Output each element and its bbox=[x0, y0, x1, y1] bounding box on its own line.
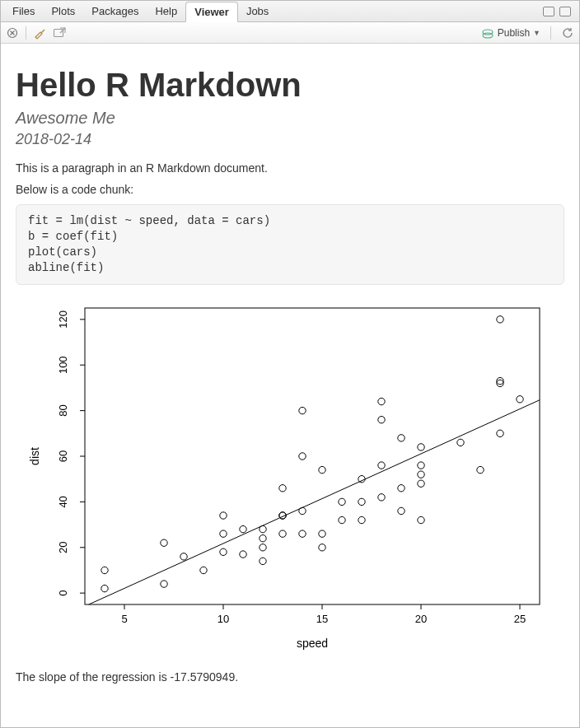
svg-text:60: 60 bbox=[57, 450, 69, 461]
svg-point-56 bbox=[299, 507, 306, 514]
svg-text:15: 15 bbox=[316, 613, 328, 625]
publish-icon bbox=[481, 27, 494, 39]
tab-packages[interactable]: Packages bbox=[83, 2, 147, 21]
pane-tabstrip: Files Plots Packages Help Viewer Jobs bbox=[1, 1, 579, 22]
svg-point-77 bbox=[418, 461, 424, 468]
tab-plots[interactable]: Plots bbox=[43, 2, 83, 21]
svg-point-41 bbox=[200, 567, 207, 573]
svg-line-3 bbox=[41, 30, 44, 33]
svg-point-81 bbox=[497, 430, 503, 436]
viewer-toolbar: Publish ▼ bbox=[1, 22, 579, 44]
publish-label: Publish bbox=[498, 27, 530, 39]
paragraph-2: Below is a code chunk: bbox=[16, 183, 564, 196]
svg-text:0: 0 bbox=[57, 590, 69, 595]
maximize-pane-icon[interactable] bbox=[559, 7, 571, 16]
svg-line-35 bbox=[89, 399, 540, 604]
doc-author: Awesome Me bbox=[16, 109, 564, 128]
chevron-down-icon: ▼ bbox=[533, 29, 540, 37]
svg-point-67 bbox=[378, 493, 385, 500]
svg-point-48 bbox=[260, 544, 266, 550]
svg-point-38 bbox=[161, 580, 167, 586]
svg-point-68 bbox=[378, 461, 385, 468]
remove-viewer-icon[interactable] bbox=[6, 26, 19, 40]
svg-point-60 bbox=[319, 530, 325, 537]
svg-text:120: 120 bbox=[57, 310, 69, 329]
scatter-plot: 510152025020406080100120speeddist bbox=[16, 300, 564, 662]
svg-point-51 bbox=[279, 530, 286, 537]
svg-point-50 bbox=[260, 525, 266, 532]
footer-text: The slope of the regression is -17.57909… bbox=[16, 670, 564, 684]
svg-point-69 bbox=[378, 416, 385, 422]
svg-point-70 bbox=[378, 398, 385, 404]
svg-text:5: 5 bbox=[121, 613, 127, 625]
svg-text:25: 25 bbox=[514, 613, 526, 625]
svg-text:40: 40 bbox=[57, 496, 69, 507]
svg-point-61 bbox=[319, 466, 325, 473]
svg-text:dist: dist bbox=[28, 447, 41, 465]
svg-text:80: 80 bbox=[57, 404, 69, 416]
svg-point-64 bbox=[358, 516, 365, 523]
svg-point-79 bbox=[457, 439, 464, 446]
publish-button[interactable]: Publish ▼ bbox=[481, 27, 540, 39]
svg-point-74 bbox=[418, 516, 424, 523]
svg-point-76 bbox=[418, 471, 424, 478]
svg-point-85 bbox=[517, 395, 523, 402]
svg-point-71 bbox=[398, 507, 405, 514]
svg-point-42 bbox=[220, 548, 227, 555]
svg-text:100: 100 bbox=[57, 356, 69, 374]
tab-files[interactable]: Files bbox=[4, 2, 43, 21]
code-chunk: fit = lm(dist ~ speed, data = cars) b = … bbox=[16, 204, 564, 285]
svg-point-63 bbox=[339, 498, 345, 505]
svg-point-65 bbox=[358, 498, 365, 505]
svg-text:10: 10 bbox=[218, 613, 229, 625]
svg-rect-8 bbox=[85, 308, 540, 604]
svg-point-43 bbox=[220, 530, 227, 537]
svg-rect-4 bbox=[54, 29, 63, 36]
tab-help[interactable]: Help bbox=[147, 2, 185, 21]
svg-text:20: 20 bbox=[57, 541, 69, 553]
doc-date: 2018-02-14 bbox=[16, 131, 564, 148]
svg-text:speed: speed bbox=[297, 637, 328, 650]
svg-point-75 bbox=[418, 480, 424, 487]
svg-point-44 bbox=[220, 511, 227, 518]
page-title: Hello R Markdown bbox=[16, 67, 564, 104]
tab-jobs[interactable]: Jobs bbox=[238, 2, 277, 21]
svg-point-72 bbox=[398, 484, 405, 491]
viewer-content: Hello R Markdown Awesome Me 2018-02-14 T… bbox=[1, 44, 579, 728]
svg-text:20: 20 bbox=[415, 613, 427, 625]
paragraph-1: This is a paragraph in an R Markdown doc… bbox=[16, 161, 564, 175]
broom-icon[interactable] bbox=[33, 26, 46, 40]
svg-point-47 bbox=[260, 558, 266, 564]
svg-point-55 bbox=[299, 530, 306, 537]
svg-point-58 bbox=[299, 407, 306, 413]
svg-point-62 bbox=[339, 516, 345, 523]
svg-point-39 bbox=[161, 539, 167, 546]
svg-point-36 bbox=[101, 585, 108, 591]
svg-point-37 bbox=[101, 567, 108, 573]
svg-point-59 bbox=[319, 544, 325, 550]
tab-viewer[interactable]: Viewer bbox=[185, 2, 238, 22]
svg-point-57 bbox=[299, 452, 306, 459]
refresh-icon[interactable] bbox=[561, 26, 574, 40]
open-in-browser-icon[interactable] bbox=[53, 26, 66, 40]
svg-point-84 bbox=[497, 315, 503, 322]
svg-point-46 bbox=[240, 525, 246, 532]
svg-point-7 bbox=[483, 30, 493, 35]
svg-point-49 bbox=[260, 534, 266, 541]
svg-point-45 bbox=[240, 550, 246, 557]
svg-point-80 bbox=[477, 466, 484, 473]
svg-point-73 bbox=[398, 434, 405, 441]
svg-point-40 bbox=[180, 553, 187, 559]
svg-point-54 bbox=[279, 484, 286, 491]
svg-point-78 bbox=[418, 443, 424, 450]
minimize-pane-icon[interactable] bbox=[543, 7, 554, 16]
svg-point-66 bbox=[358, 475, 365, 482]
